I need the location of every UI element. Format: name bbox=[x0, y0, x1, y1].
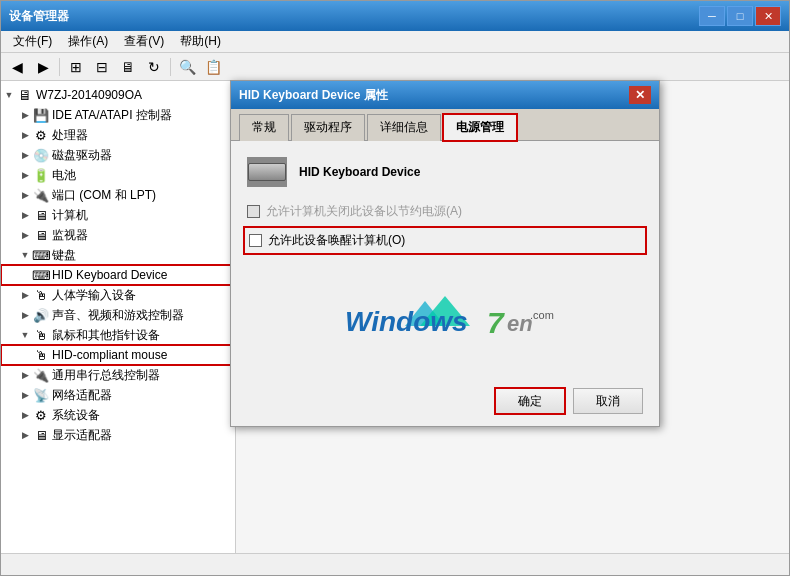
tree-item-hid[interactable]: ▶ 🖱 人体学输入设备 bbox=[1, 285, 235, 305]
dialog-content: HID Keyboard Device 允许计算机关闭此设备以节约电源(A) 允… bbox=[231, 141, 659, 380]
cpu-expand: ▶ bbox=[17, 127, 33, 143]
ok-button[interactable]: 确定 bbox=[495, 388, 565, 414]
hid-mouse-icon: 🖱 bbox=[33, 347, 49, 363]
hid-expand: ▶ bbox=[17, 287, 33, 303]
tree-panel: ▼ 🖥 W7ZJ-20140909OA ▶ 💾 IDE ATA/ATAPI 控制… bbox=[1, 81, 236, 553]
watermark: Windows 7 en .com bbox=[247, 281, 643, 354]
svg-text:Windows: Windows bbox=[345, 306, 468, 337]
title-bar-left: 设备管理器 bbox=[9, 8, 69, 25]
display-label: 显示适配器 bbox=[52, 427, 112, 444]
battery-icon: 🔋 bbox=[33, 167, 49, 183]
toolbar-btn2[interactable]: ⊟ bbox=[90, 56, 114, 78]
system-icon: ⚙ bbox=[33, 407, 49, 423]
tab-driver[interactable]: 驱动程序 bbox=[291, 114, 365, 141]
checkbox-power-save-label: 允许计算机关闭此设备以节约电源(A) bbox=[266, 203, 462, 220]
tree-item-disk[interactable]: ▶ 💿 磁盘驱动器 bbox=[1, 145, 235, 165]
tree-item-monitor[interactable]: ▶ 🖥 监视器 bbox=[1, 225, 235, 245]
monitor-icon: 🖥 bbox=[33, 227, 49, 243]
network-icon: 📡 bbox=[33, 387, 49, 403]
title-bar: 设备管理器 ─ □ ✕ bbox=[1, 1, 789, 31]
menu-help[interactable]: 帮助(H) bbox=[172, 31, 229, 52]
tree-item-ports[interactable]: ▶ 🔌 端口 (COM 和 LPT) bbox=[1, 185, 235, 205]
dialog-title-bar: HID Keyboard Device 属性 ✕ bbox=[231, 81, 659, 109]
hid-keyboard-icon: ⌨ bbox=[33, 267, 49, 283]
tree-item-display[interactable]: ▶ 🖥 显示适配器 bbox=[1, 425, 235, 445]
tree-item-audio[interactable]: ▶ 🔊 声音、视频和游戏控制器 bbox=[1, 305, 235, 325]
menu-bar: 文件(F) 操作(A) 查看(V) 帮助(H) bbox=[1, 31, 789, 53]
toolbar-btn4[interactable]: ↻ bbox=[142, 56, 166, 78]
status-bar bbox=[1, 553, 789, 575]
tab-general[interactable]: 常规 bbox=[239, 114, 289, 141]
root-expand-icon: ▼ bbox=[1, 87, 17, 103]
usb-icon: 🔌 bbox=[33, 367, 49, 383]
toolbar-sep2 bbox=[170, 58, 171, 76]
toolbar-sep1 bbox=[59, 58, 60, 76]
menu-action[interactable]: 操作(A) bbox=[60, 31, 116, 52]
tree-item-hid-keyboard[interactable]: ⌨ HID Keyboard Device bbox=[1, 265, 235, 285]
window-title: 设备管理器 bbox=[9, 8, 69, 25]
toolbar-btn1[interactable]: ⊞ bbox=[64, 56, 88, 78]
computer-expand: ▶ bbox=[17, 207, 33, 223]
toolbar-forward[interactable]: ▶ bbox=[31, 56, 55, 78]
toolbar-btn6[interactable]: 📋 bbox=[201, 56, 225, 78]
toolbar: ◀ ▶ ⊞ ⊟ 🖥 ↻ 🔍 📋 bbox=[1, 53, 789, 81]
disk-label: 磁盘驱动器 bbox=[52, 147, 112, 164]
audio-expand: ▶ bbox=[17, 307, 33, 323]
battery-expand: ▶ bbox=[17, 167, 33, 183]
tree-item-usb[interactable]: ▶ 🔌 通用串行总线控制器 bbox=[1, 365, 235, 385]
menu-view[interactable]: 查看(V) bbox=[116, 31, 172, 52]
dialog-close-button[interactable]: ✕ bbox=[629, 86, 651, 104]
device-header: HID Keyboard Device bbox=[247, 157, 643, 187]
monitor-expand: ▶ bbox=[17, 227, 33, 243]
tree-item-computer[interactable]: ▶ 🖥 计算机 bbox=[1, 205, 235, 225]
checkbox-row-2: 允许此设备唤醒计算机(O) bbox=[247, 230, 643, 251]
tree-item-network[interactable]: ▶ 📡 网络适配器 bbox=[1, 385, 235, 405]
maximize-button[interactable]: □ bbox=[727, 6, 753, 26]
computer-icon: 🖥 bbox=[33, 207, 49, 223]
tab-power[interactable]: 电源管理 bbox=[443, 114, 517, 141]
checkbox-group: 允许计算机关闭此设备以节约电源(A) 允许此设备唤醒计算机(O) bbox=[247, 203, 643, 251]
usb-expand: ▶ bbox=[17, 367, 33, 383]
checkbox-wake[interactable] bbox=[249, 234, 262, 247]
device-name-label: HID Keyboard Device bbox=[299, 165, 420, 179]
keyboard-label: 键盘 bbox=[52, 247, 76, 264]
hid-keyboard-label: HID Keyboard Device bbox=[52, 268, 167, 282]
tree-root[interactable]: ▼ 🖥 W7ZJ-20140909OA bbox=[1, 85, 235, 105]
hid-mouse-label: HID-compliant mouse bbox=[52, 348, 167, 362]
tree-item-mouse[interactable]: ▼ 🖱 鼠标和其他指针设备 bbox=[1, 325, 235, 345]
cancel-button[interactable]: 取消 bbox=[573, 388, 643, 414]
hid-icon: 🖱 bbox=[33, 287, 49, 303]
tree-item-ide[interactable]: ▶ 💾 IDE ATA/ATAPI 控制器 bbox=[1, 105, 235, 125]
audio-label: 声音、视频和游戏控制器 bbox=[52, 307, 184, 324]
ide-icon: 💾 bbox=[33, 107, 49, 123]
tree-item-battery[interactable]: ▶ 🔋 电池 bbox=[1, 165, 235, 185]
battery-label: 电池 bbox=[52, 167, 76, 184]
cpu-label: 处理器 bbox=[52, 127, 88, 144]
minimize-button[interactable]: ─ bbox=[699, 6, 725, 26]
keyboard-icon: ⌨ bbox=[33, 247, 49, 263]
toolbar-btn5[interactable]: 🔍 bbox=[175, 56, 199, 78]
tree-item-keyboard[interactable]: ▼ ⌨ 键盘 bbox=[1, 245, 235, 265]
disk-expand: ▶ bbox=[17, 147, 33, 163]
ide-expand: ▶ bbox=[17, 107, 33, 123]
tree-item-system[interactable]: ▶ ⚙ 系统设备 bbox=[1, 405, 235, 425]
hid-label: 人体学输入设备 bbox=[52, 287, 136, 304]
dialog-title: HID Keyboard Device 属性 bbox=[239, 87, 388, 104]
root-label: W7ZJ-20140909OA bbox=[36, 88, 142, 102]
cpu-icon: ⚙ bbox=[33, 127, 49, 143]
tree-item-hid-mouse[interactable]: 🖱 HID-compliant mouse bbox=[1, 345, 235, 365]
tab-details[interactable]: 详细信息 bbox=[367, 114, 441, 141]
menu-file[interactable]: 文件(F) bbox=[5, 31, 60, 52]
toolbar-btn3[interactable]: 🖥 bbox=[116, 56, 140, 78]
system-label: 系统设备 bbox=[52, 407, 100, 424]
svg-text:.com: .com bbox=[530, 309, 554, 321]
root-icon: 🖥 bbox=[17, 87, 33, 103]
toolbar-back[interactable]: ◀ bbox=[5, 56, 29, 78]
device-icon bbox=[247, 157, 287, 187]
network-label: 网络适配器 bbox=[52, 387, 112, 404]
tree-item-cpu[interactable]: ▶ ⚙ 处理器 bbox=[1, 125, 235, 145]
computer-label: 计算机 bbox=[52, 207, 88, 224]
close-button[interactable]: ✕ bbox=[755, 6, 781, 26]
checkbox-power-save[interactable] bbox=[247, 205, 260, 218]
dialog-window: HID Keyboard Device 属性 ✕ 常规 驱动程序 详细信息 电源… bbox=[230, 80, 660, 427]
